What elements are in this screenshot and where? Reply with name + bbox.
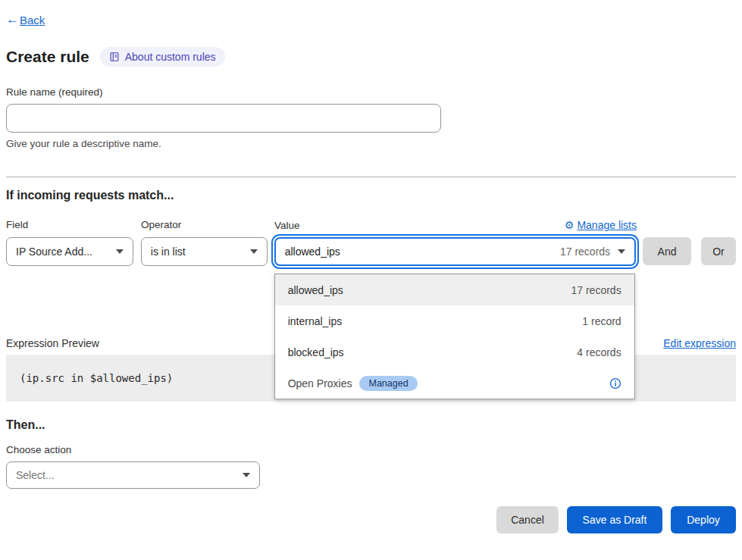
list-item-open-proxies[interactable]: Open Proxies Managed: [275, 368, 634, 399]
create-rule-page: ← Back Create rule About custom rules Ru…: [0, 0, 742, 533]
info-icon[interactable]: [609, 377, 621, 389]
rule-name-help-text: Give your rule a descriptive name.: [6, 138, 736, 149]
operator-select[interactable]: is in list: [141, 237, 268, 266]
value-dropdown-menu: allowed_ips 17 records internal_ips 1 re…: [274, 274, 635, 399]
list-item-allowed-ips[interactable]: allowed_ips 17 records: [275, 274, 634, 305]
rule-name-input[interactable]: [6, 104, 441, 133]
book-icon: [109, 52, 120, 62]
match-section-heading: If incoming requests match...: [6, 189, 736, 202]
page-title: Create rule: [6, 48, 89, 66]
value-label: Value: [274, 220, 300, 231]
managed-badge: Managed: [359, 376, 417, 391]
list-item-name: allowed_ips: [288, 284, 343, 296]
about-link-label: About custom rules: [125, 51, 216, 63]
list-item-internal-ips[interactable]: internal_ips 1 record: [275, 305, 634, 336]
expression-preview-label: Expression Preview: [6, 337, 99, 349]
list-item-blocked-ips[interactable]: blocked_ips 4 records: [275, 336, 634, 368]
operator-label: Operator: [141, 219, 268, 231]
field-select[interactable]: IP Source Add...: [6, 237, 133, 266]
back-link-label: Back: [20, 14, 45, 27]
about-custom-rules-link[interactable]: About custom rules: [100, 47, 225, 67]
value-combobox-records: 17 records: [560, 246, 610, 258]
value-combobox-selected: allowed_ips: [285, 246, 340, 258]
action-select[interactable]: Select...: [6, 461, 260, 489]
field-label: Field: [6, 219, 133, 231]
value-combobox[interactable]: allowed_ips 17 records: [274, 237, 636, 266]
operator-select-value: is in list: [151, 246, 186, 258]
chevron-down-icon: [116, 249, 124, 254]
choose-action-label: Choose action: [6, 444, 736, 455]
list-item-records: 17 records: [571, 284, 621, 296]
list-item-name: Open Proxies: [288, 377, 352, 389]
cancel-button[interactable]: Cancel: [496, 506, 559, 533]
list-item-records: 4 records: [577, 346, 621, 358]
edit-expression-link[interactable]: Edit expression: [663, 337, 736, 349]
manage-lists-link[interactable]: ⚙ Manage lists: [565, 219, 637, 231]
action-select-placeholder: Select...: [16, 469, 55, 481]
back-link[interactable]: ← Back: [6, 12, 45, 27]
save-as-draft-button[interactable]: Save as Draft: [567, 506, 662, 533]
gear-icon: ⚙: [565, 219, 575, 231]
expression-code: (ip.src in $allowed_ips): [20, 372, 173, 384]
manage-lists-label: Manage lists: [577, 219, 637, 231]
then-section-heading: Then...: [6, 418, 736, 432]
list-item-records: 1 record: [582, 315, 621, 327]
field-select-value: IP Source Add...: [16, 246, 92, 258]
deploy-button[interactable]: Deploy: [671, 506, 736, 533]
list-item-name: internal_ips: [288, 315, 343, 327]
list-item-name: blocked_ips: [288, 346, 344, 358]
section-divider: [6, 177, 736, 177]
back-arrow-icon: ←: [6, 12, 19, 27]
chevron-down-icon: [618, 249, 625, 254]
chevron-down-icon: [250, 249, 258, 254]
or-button[interactable]: Or: [701, 237, 736, 265]
and-button[interactable]: And: [643, 237, 691, 265]
rule-name-label: Rule name (required): [6, 86, 736, 98]
chevron-down-icon: [243, 473, 250, 477]
